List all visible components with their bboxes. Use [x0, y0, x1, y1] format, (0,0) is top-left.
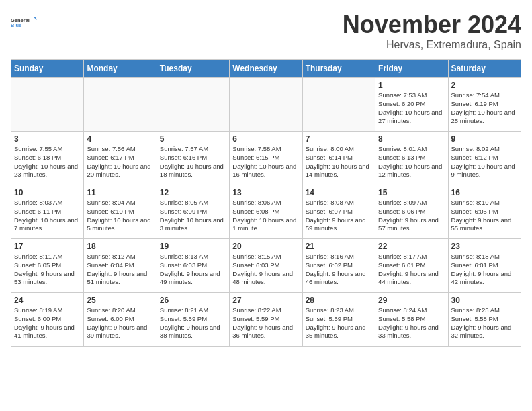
day-cell: 14Sunrise: 8:08 AM Sunset: 6:07 PM Dayli… [302, 185, 375, 239]
day-number: 18 [87, 242, 153, 251]
calendar-table: SundayMondayTuesdayWednesdayThursdayFrid… [11, 59, 521, 347]
day-number: 21 [306, 242, 372, 251]
day-info: Sunrise: 8:02 AM Sunset: 6:12 PM Dayligh… [451, 145, 518, 179]
day-info: Sunrise: 8:20 AM Sunset: 6:00 PM Dayligh… [87, 306, 153, 340]
logo: General Blue [11, 11, 38, 35]
day-info: Sunrise: 8:16 AM Sunset: 6:02 PM Dayligh… [306, 253, 372, 287]
page-header: General Blue November 2024 Hervas, Extre… [11, 11, 521, 51]
day-info: Sunrise: 8:13 AM Sunset: 6:03 PM Dayligh… [160, 253, 226, 287]
day-info: Sunrise: 8:01 AM Sunset: 6:13 PM Dayligh… [378, 145, 445, 179]
day-number: 24 [14, 295, 81, 305]
day-cell: 11Sunrise: 8:04 AM Sunset: 6:10 PM Dayli… [84, 185, 157, 239]
day-cell: 23Sunrise: 8:18 AM Sunset: 6:01 PM Dayli… [448, 239, 521, 293]
day-cell [84, 78, 157, 132]
day-number: 1 [378, 81, 445, 90]
header-thursday: Thursday [302, 60, 375, 78]
day-info: Sunrise: 7:53 AM Sunset: 6:20 PM Dayligh… [378, 91, 445, 126]
day-info: Sunrise: 8:25 AM Sunset: 5:58 PM Dayligh… [451, 306, 518, 340]
day-cell: 8Sunrise: 8:01 AM Sunset: 6:13 PM Daylig… [375, 132, 448, 185]
week-row-4: 24Sunrise: 8:19 AM Sunset: 6:00 PM Dayli… [11, 293, 521, 347]
day-info: Sunrise: 8:06 AM Sunset: 6:08 PM Dayligh… [232, 199, 299, 233]
day-cell: 30Sunrise: 8:25 AM Sunset: 5:58 PM Dayli… [448, 293, 521, 347]
day-number: 30 [451, 295, 518, 305]
day-cell [302, 78, 375, 132]
day-cell [230, 78, 302, 132]
day-info: Sunrise: 8:22 AM Sunset: 5:59 PM Dayligh… [232, 306, 299, 340]
day-number: 25 [87, 295, 153, 305]
day-info: Sunrise: 8:04 AM Sunset: 6:10 PM Dayligh… [87, 199, 153, 233]
day-cell: 5Sunrise: 7:57 AM Sunset: 6:16 PM Daylig… [157, 132, 229, 185]
week-row-0: 1Sunrise: 7:53 AM Sunset: 6:20 PM Daylig… [11, 78, 521, 132]
day-cell [11, 78, 84, 132]
day-cell: 27Sunrise: 8:22 AM Sunset: 5:59 PM Dayli… [230, 293, 302, 347]
day-cell: 2Sunrise: 7:54 AM Sunset: 6:19 PM Daylig… [448, 78, 521, 132]
day-number: 6 [232, 134, 299, 144]
day-cell: 21Sunrise: 8:16 AM Sunset: 6:02 PM Dayli… [302, 239, 375, 293]
svg-text:Blue: Blue [11, 22, 21, 28]
day-cell: 4Sunrise: 7:56 AM Sunset: 6:17 PM Daylig… [84, 132, 157, 185]
header-row: SundayMondayTuesdayWednesdayThursdayFrid… [11, 60, 521, 78]
day-number: 19 [160, 242, 226, 251]
day-info: Sunrise: 8:05 AM Sunset: 6:09 PM Dayligh… [160, 199, 226, 233]
day-cell: 28Sunrise: 8:23 AM Sunset: 5:59 PM Dayli… [302, 293, 375, 347]
day-number: 22 [378, 242, 445, 251]
day-number: 23 [451, 242, 518, 251]
day-cell: 6Sunrise: 7:58 AM Sunset: 6:15 PM Daylig… [230, 132, 302, 185]
day-cell: 22Sunrise: 8:17 AM Sunset: 6:01 PM Dayli… [375, 239, 448, 293]
day-info: Sunrise: 8:12 AM Sunset: 6:04 PM Dayligh… [87, 253, 153, 287]
day-cell: 26Sunrise: 8:21 AM Sunset: 5:59 PM Dayli… [157, 293, 229, 347]
day-number: 29 [378, 295, 445, 305]
day-cell: 18Sunrise: 8:12 AM Sunset: 6:04 PM Dayli… [84, 239, 157, 293]
day-number: 15 [378, 188, 445, 197]
day-number: 26 [160, 295, 226, 305]
day-number: 14 [306, 188, 372, 197]
day-info: Sunrise: 8:17 AM Sunset: 6:01 PM Dayligh… [378, 253, 445, 287]
day-number: 11 [87, 188, 153, 197]
day-info: Sunrise: 8:03 AM Sunset: 6:11 PM Dayligh… [14, 199, 81, 233]
header-friday: Friday [375, 60, 448, 78]
day-number: 8 [378, 134, 445, 144]
day-cell: 10Sunrise: 8:03 AM Sunset: 6:11 PM Dayli… [11, 185, 84, 239]
day-number: 4 [87, 134, 153, 144]
day-cell: 17Sunrise: 8:11 AM Sunset: 6:05 PM Dayli… [11, 239, 84, 293]
day-cell: 12Sunrise: 8:05 AM Sunset: 6:09 PM Dayli… [157, 185, 229, 239]
day-cell: 13Sunrise: 8:06 AM Sunset: 6:08 PM Dayli… [230, 185, 302, 239]
title-block: November 2024 Hervas, Extremadura, Spain [343, 11, 521, 51]
day-number: 10 [14, 188, 81, 197]
header-monday: Monday [84, 60, 157, 78]
week-row-1: 3Sunrise: 7:55 AM Sunset: 6:18 PM Daylig… [11, 132, 521, 185]
header-tuesday: Tuesday [157, 60, 229, 78]
day-info: Sunrise: 8:10 AM Sunset: 6:05 PM Dayligh… [451, 199, 518, 233]
month-title: November 2024 [343, 11, 521, 39]
day-number: 16 [451, 188, 518, 197]
day-number: 2 [451, 81, 518, 90]
day-info: Sunrise: 7:54 AM Sunset: 6:19 PM Dayligh… [451, 91, 518, 126]
day-cell: 1Sunrise: 7:53 AM Sunset: 6:20 PM Daylig… [375, 78, 448, 132]
day-cell: 15Sunrise: 8:09 AM Sunset: 6:06 PM Dayli… [375, 185, 448, 239]
logo-svg: General Blue [11, 11, 38, 35]
day-info: Sunrise: 8:00 AM Sunset: 6:14 PM Dayligh… [306, 145, 372, 179]
day-info: Sunrise: 8:18 AM Sunset: 6:01 PM Dayligh… [451, 253, 518, 287]
day-cell: 3Sunrise: 7:55 AM Sunset: 6:18 PM Daylig… [11, 132, 84, 185]
week-row-2: 10Sunrise: 8:03 AM Sunset: 6:11 PM Dayli… [11, 185, 521, 239]
day-cell: 29Sunrise: 8:24 AM Sunset: 5:58 PM Dayli… [375, 293, 448, 347]
day-number: 9 [451, 134, 518, 144]
day-number: 5 [160, 134, 226, 144]
day-number: 7 [306, 134, 372, 144]
day-cell: 9Sunrise: 8:02 AM Sunset: 6:12 PM Daylig… [448, 132, 521, 185]
day-info: Sunrise: 8:09 AM Sunset: 6:06 PM Dayligh… [378, 199, 445, 233]
header-saturday: Saturday [448, 60, 521, 78]
day-number: 3 [14, 134, 81, 144]
day-info: Sunrise: 8:21 AM Sunset: 5:59 PM Dayligh… [160, 306, 226, 340]
day-info: Sunrise: 7:57 AM Sunset: 6:16 PM Dayligh… [160, 145, 226, 179]
day-number: 12 [160, 188, 226, 197]
day-info: Sunrise: 8:15 AM Sunset: 6:03 PM Dayligh… [232, 253, 299, 287]
day-info: Sunrise: 8:19 AM Sunset: 6:00 PM Dayligh… [14, 306, 81, 340]
week-row-3: 17Sunrise: 8:11 AM Sunset: 6:05 PM Dayli… [11, 239, 521, 293]
day-info: Sunrise: 8:11 AM Sunset: 6:05 PM Dayligh… [14, 253, 81, 287]
day-info: Sunrise: 8:08 AM Sunset: 6:07 PM Dayligh… [306, 199, 372, 233]
day-number: 27 [232, 295, 299, 305]
day-info: Sunrise: 8:23 AM Sunset: 5:59 PM Dayligh… [306, 306, 372, 340]
day-cell [157, 78, 229, 132]
day-cell: 19Sunrise: 8:13 AM Sunset: 6:03 PM Dayli… [157, 239, 229, 293]
